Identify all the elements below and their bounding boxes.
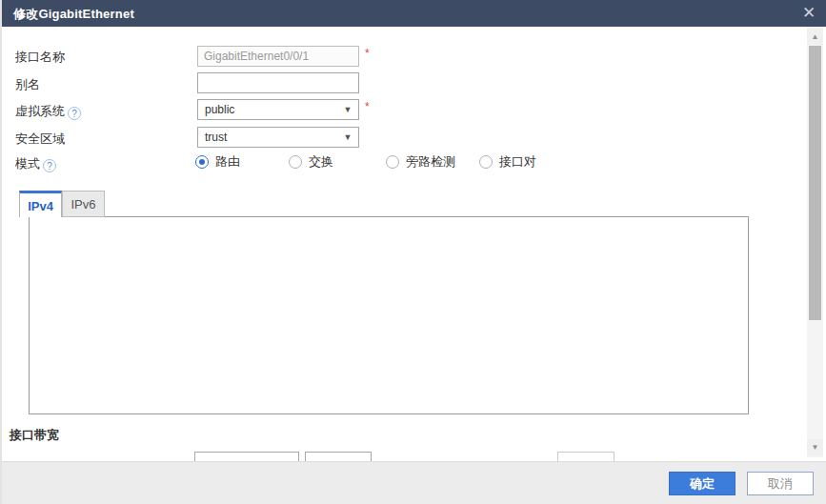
radio-icon (479, 155, 493, 169)
close-icon[interactable]: ✕ (799, 4, 818, 23)
virtual-system-label: 虚拟系统? (15, 103, 81, 120)
scrollbar-thumb[interactable] (809, 46, 821, 320)
alias-input[interactable] (197, 72, 359, 93)
bandwidth-section-title: 接口带宽 (10, 427, 59, 444)
radio-icon (289, 155, 302, 169)
modify-interface-dialog: 修改GigabitEthernet ✕ 接口名称 * 别名 虚拟系统? publ… (0, 0, 826, 504)
required-asterisk: * (365, 100, 370, 113)
scroll-up-icon[interactable]: ▲ (807, 29, 823, 45)
security-zone-select[interactable]: trust ▼ (197, 127, 359, 148)
cancel-button[interactable]: 取消 (747, 472, 814, 495)
radio-icon (386, 155, 399, 169)
interface-name-input (197, 46, 359, 67)
radio-selected-icon (195, 155, 209, 169)
required-asterisk: * (365, 47, 370, 60)
help-icon[interactable]: ? (43, 159, 56, 172)
mode-option-label: 交换 (309, 154, 333, 169)
tab-ipv6[interactable]: IPv6 (62, 191, 105, 217)
mode-radio-bypass[interactable]: 旁路检测 (386, 153, 455, 171)
help-icon[interactable]: ? (68, 107, 81, 120)
mode-option-label: 接口对 (499, 154, 536, 169)
mode-radio-route[interactable]: 路由 (195, 153, 240, 171)
mode-label-text: 模式 (15, 156, 40, 171)
mode-option-label: 路由 (215, 154, 240, 169)
dialog-title: 修改GigabitEthernet (13, 6, 134, 23)
mode-option-label: 旁路检测 (406, 154, 455, 169)
scroll-down-icon[interactable]: ▼ (807, 439, 823, 455)
interface-name-label: 接口名称 (15, 49, 65, 66)
virtual-system-value: public (205, 103, 234, 116)
tab-ipv4[interactable]: IPv4 (19, 191, 62, 217)
mode-radio-interface-pair[interactable]: 接口对 (479, 153, 536, 171)
security-zone-value: trust (205, 131, 227, 144)
mode-label: 模式? (15, 155, 56, 172)
security-zone-label: 安全区域 (15, 131, 65, 148)
mode-radio-switch[interactable]: 交换 (289, 153, 333, 171)
virtual-system-select[interactable]: public ▼ (197, 99, 359, 120)
scrollbar[interactable]: ▲ ▼ (807, 27, 823, 457)
ipv4-panel (29, 216, 749, 414)
chevron-down-icon[interactable]: ▼ (338, 129, 357, 146)
virtual-system-label-text: 虚拟系统 (15, 104, 65, 118)
alias-label: 别名 (15, 76, 40, 93)
dialog-titlebar: 修改GigabitEthernet ✕ (2, 0, 826, 27)
chevron-down-icon[interactable]: ▼ (338, 101, 357, 118)
ok-button[interactable]: 确定 (669, 472, 735, 495)
dialog-footer: 确定 取消 (2, 461, 826, 504)
